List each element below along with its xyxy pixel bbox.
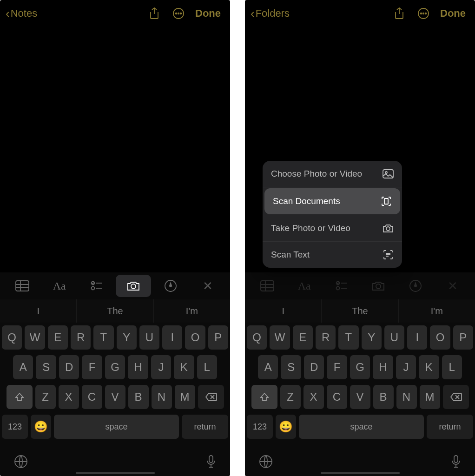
key[interactable]: Q — [2, 325, 22, 350]
key[interactable]: B — [128, 385, 149, 409]
key[interactable]: W — [25, 325, 45, 350]
mic-icon[interactable] — [206, 455, 216, 470]
key[interactable]: R — [71, 325, 91, 350]
key[interactable]: P — [453, 325, 473, 350]
key[interactable]: K — [174, 355, 194, 379]
key[interactable]: R — [316, 325, 336, 350]
space-key[interactable]: space — [54, 415, 179, 439]
key[interactable]: I — [407, 325, 427, 350]
key[interactable]: E — [48, 325, 68, 350]
key[interactable]: D — [304, 355, 324, 379]
key[interactable]: J — [151, 355, 171, 379]
markup-icon[interactable] — [153, 275, 188, 297]
text-format-icon[interactable]: Aa — [287, 275, 322, 297]
emoji-key[interactable]: 😀 — [276, 415, 296, 439]
numbers-key[interactable]: 123 — [2, 415, 28, 439]
key[interactable]: U — [139, 325, 159, 350]
space-key[interactable]: space — [299, 415, 424, 439]
key[interactable]: F — [327, 355, 347, 379]
close-icon[interactable]: ✕ — [190, 275, 225, 297]
key[interactable]: T — [93, 325, 113, 350]
key[interactable]: C — [82, 385, 102, 409]
checklist-icon[interactable] — [79, 275, 114, 297]
key[interactable]: J — [396, 355, 416, 379]
more-icon[interactable] — [170, 5, 187, 22]
back-button[interactable]: ‹ Folders — [251, 7, 290, 20]
key[interactable]: B — [373, 385, 394, 409]
mic-icon[interactable] — [451, 455, 461, 470]
key[interactable]: O — [430, 325, 450, 350]
text-format-icon[interactable]: Aa — [42, 275, 77, 297]
prediction[interactable]: I'm — [399, 299, 475, 323]
key[interactable]: Q — [247, 325, 267, 350]
key[interactable]: M — [420, 385, 440, 409]
checklist-icon[interactable] — [324, 275, 359, 297]
return-key[interactable]: return — [427, 415, 473, 439]
key[interactable]: F — [82, 355, 102, 379]
key[interactable]: Y — [362, 325, 382, 350]
key[interactable]: V — [105, 385, 125, 409]
key[interactable]: N — [152, 385, 172, 409]
key[interactable]: W — [270, 325, 290, 350]
menu-item-choose-photo[interactable]: Choose Photo or Video — [263, 161, 402, 187]
key[interactable]: I — [162, 325, 182, 350]
key[interactable]: A — [13, 355, 33, 379]
key[interactable]: L — [442, 355, 462, 379]
globe-icon[interactable] — [259, 455, 273, 470]
key[interactable]: G — [105, 355, 125, 379]
key[interactable]: T — [338, 325, 358, 350]
menu-item-scan-text[interactable]: Scan Text — [263, 242, 402, 268]
table-icon[interactable] — [250, 275, 285, 297]
key[interactable]: A — [258, 355, 278, 379]
menu-item-take-photo[interactable]: Take Photo or Video — [263, 215, 402, 242]
prediction[interactable]: The — [77, 299, 153, 323]
note-body[interactable]: Choose Photo or Video Scan Documents Tak… — [245, 27, 475, 272]
key[interactable]: U — [384, 325, 404, 350]
key[interactable]: V — [350, 385, 370, 409]
key[interactable]: Z — [35, 385, 56, 409]
key[interactable]: S — [281, 355, 301, 379]
key[interactable]: S — [36, 355, 56, 379]
key[interactable]: Z — [280, 385, 301, 409]
done-button[interactable]: Done — [195, 7, 221, 20]
key[interactable]: X — [59, 385, 79, 409]
prediction[interactable]: The — [322, 299, 398, 323]
note-body[interactable] — [0, 27, 230, 272]
shift-key[interactable] — [251, 385, 277, 409]
prediction[interactable]: I'm — [154, 299, 230, 323]
key[interactable]: D — [59, 355, 79, 379]
numbers-key[interactable]: 123 — [247, 415, 273, 439]
globe-icon[interactable] — [14, 455, 28, 470]
key[interactable]: N — [396, 385, 417, 409]
home-indicator[interactable] — [76, 472, 155, 474]
key[interactable]: G — [350, 355, 370, 379]
table-icon[interactable] — [5, 275, 40, 297]
key[interactable]: H — [128, 355, 148, 379]
camera-icon[interactable] — [116, 275, 151, 297]
share-icon[interactable] — [391, 5, 408, 22]
key[interactable]: X — [303, 385, 324, 409]
camera-icon[interactable] — [361, 275, 396, 297]
markup-icon[interactable] — [398, 275, 433, 297]
shift-key[interactable] — [7, 385, 33, 409]
menu-item-scan-documents[interactable]: Scan Documents — [264, 188, 400, 214]
key[interactable]: O — [185, 325, 205, 350]
backspace-key[interactable] — [198, 385, 224, 409]
key[interactable]: E — [293, 325, 313, 350]
share-icon[interactable] — [146, 5, 163, 22]
key[interactable]: L — [197, 355, 217, 379]
close-icon[interactable]: ✕ — [435, 275, 470, 297]
key[interactable]: K — [419, 355, 439, 379]
return-key[interactable]: return — [182, 415, 228, 439]
home-indicator[interactable] — [321, 472, 400, 474]
key[interactable]: M — [175, 385, 195, 409]
prediction[interactable]: I — [0, 299, 77, 323]
key[interactable]: C — [327, 385, 347, 409]
backspace-key[interactable] — [443, 385, 469, 409]
more-icon[interactable] — [415, 5, 432, 22]
key[interactable]: H — [373, 355, 393, 379]
emoji-key[interactable]: 😀 — [31, 415, 51, 439]
done-button[interactable]: Done — [440, 7, 466, 20]
back-button[interactable]: ‹ Notes — [6, 7, 37, 20]
prediction[interactable]: I — [245, 299, 322, 323]
